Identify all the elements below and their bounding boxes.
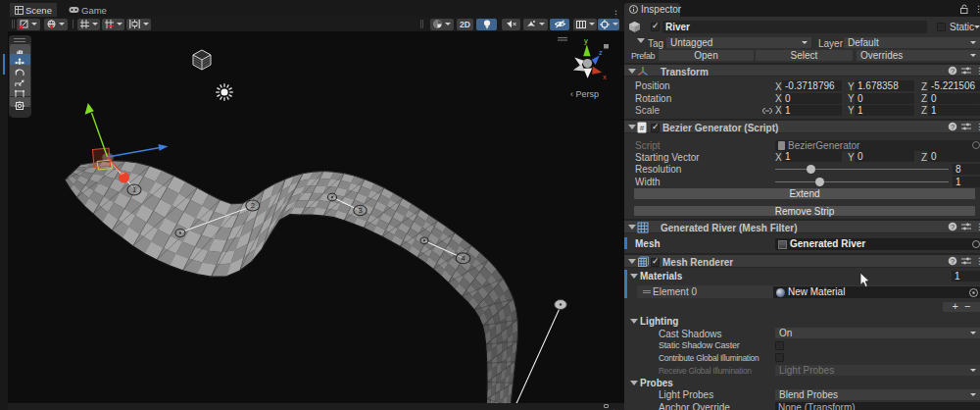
svg-text:?: ? [951,257,955,266]
svg-text:?: ? [951,123,955,131]
svg-text:2: 2 [251,201,255,210]
svg-text:#: # [640,124,645,132]
svg-text:‹ Persp: ‹ Persp [570,89,599,99]
svg-text:y: y [584,36,588,45]
svg-text:3: 3 [358,206,362,215]
svg-text:z: z [599,48,603,57]
svg-text:4: 4 [461,254,465,263]
svg-text:?: ? [951,67,955,76]
svg-text:x: x [603,73,607,81]
svg-text:?: ? [951,223,955,231]
svg-text:1: 1 [132,185,136,194]
